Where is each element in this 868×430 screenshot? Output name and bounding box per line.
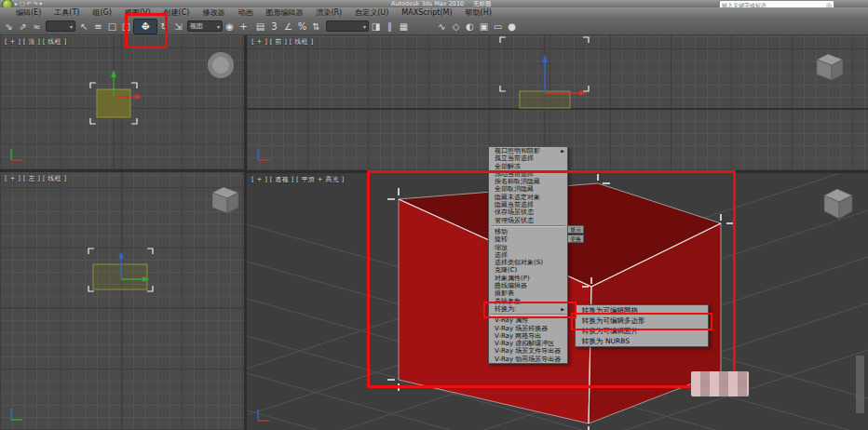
menu-maxscript[interactable]: MAXScript(M): [395, 7, 458, 18]
menu-views[interactable]: 视图(V): [118, 7, 157, 18]
snaps-toggle-icon[interactable]: 3: [267, 19, 281, 34]
menu-item-vray-scene-converter[interactable]: V-Ray 场景转换器: [489, 325, 567, 332]
menu-edit[interactable]: 编辑(E): [9, 7, 47, 18]
move-icon-vertical: ↕: [134, 20, 156, 34]
viewcube[interactable]: [208, 52, 234, 78]
convert-to-submenu: 转换为可编辑网格 转换为可编辑多边形 转换为可编辑面片 转换为 NURBS: [575, 304, 709, 347]
viewport-top-overlay: [0, 35, 244, 169]
main-toolbar: ⇘ ⇗ ≈ ▾ ↖ ≡ □ ◫ ↔ ↕ ↻ ⇲ 视图▾ ◉ + ▤ 3 ∠ % …: [0, 18, 868, 35]
render-production-icon[interactable]: ●: [505, 19, 519, 34]
menu-bar: 编辑(E) 工具(T) 组(G) 视图(V) 创建(C) 修改器 动画 图形编辑…: [0, 7, 868, 18]
menu-create[interactable]: 创建(C): [157, 7, 197, 18]
menu-separator: [491, 314, 565, 316]
menu-item-clone[interactable]: 克隆(C): [489, 266, 567, 274]
rendered-frame-window-icon[interactable]: ▭: [491, 19, 505, 34]
menu-item-select-similar[interactable]: 选择类似对象(S): [489, 259, 567, 266]
material-editor-icon[interactable]: ◐: [463, 19, 477, 34]
bind-to-space-warp-icon[interactable]: ≈: [30, 19, 44, 34]
select-and-link-icon[interactable]: ⇘: [2, 19, 16, 34]
menu-item-save-scene-state[interactable]: 保存场景状态: [489, 208, 567, 216]
menu-tools[interactable]: 工具(T): [47, 7, 86, 18]
schematic-view-icon[interactable]: ◇: [449, 19, 463, 34]
select-and-scale-icon[interactable]: ⇲: [171, 19, 185, 34]
viewport-top[interactable]: [ + ] [ 顶 ] [ 线框 ]: [0, 35, 244, 169]
submenu-item-nurbs[interactable]: 转换为 NURBS: [576, 336, 708, 346]
select-object-icon[interactable]: ↖: [77, 19, 91, 34]
render-setup-icon[interactable]: ▣: [477, 19, 491, 34]
menu-item-object-properties[interactable]: 对象属性(P): [489, 275, 567, 282]
spinner-snap-icon[interactable]: ⇅: [309, 19, 323, 34]
keyboard-override-icon[interactable]: ▤: [253, 19, 267, 34]
angle-snap-icon[interactable]: ∠: [281, 19, 295, 34]
app-title: Autodesk 3ds Max 2010: [391, 0, 464, 7]
select-and-manipulate-icon[interactable]: +: [237, 19, 251, 34]
menu-item-freeze-selection[interactable]: 冻结当前选择: [489, 170, 567, 178]
menu-item-scale[interactable]: 缩放: [489, 244, 567, 251]
background-object: [856, 356, 864, 413]
curve-editor-icon[interactable]: ∿: [435, 19, 449, 34]
menu-item-rotate[interactable]: 旋转: [489, 235, 567, 243]
quad-section-labels: 显示 变换: [567, 225, 584, 243]
viewcube[interactable]: [212, 187, 238, 213]
chevron-down-icon: ▾: [363, 23, 366, 30]
menu-item-move[interactable]: 移动: [489, 228, 567, 235]
submenu-item-editable-patch[interactable]: 转换为可编辑面片: [576, 326, 708, 336]
viewport-top-label[interactable]: [ + ] [ 顶 ] [ 线框 ]: [5, 37, 66, 47]
quick-access-toolbar[interactable]: ▸ □ ↶ ↷ ▾: [15, 0, 42, 7]
menu-item-dope-sheet[interactable]: 摄影表: [489, 289, 567, 297]
menu-item-unhide-by-name[interactable]: 按名称取消隐藏: [489, 178, 567, 185]
menu-animation[interactable]: 动画: [231, 7, 259, 18]
menu-graph-editors[interactable]: 图形编辑器: [259, 7, 309, 18]
blurred-watermark: [691, 371, 749, 396]
menu-item-vray-properties[interactable]: V-Ray 属性: [489, 316, 567, 324]
menu-group[interactable]: 组(G): [86, 7, 117, 18]
menu-item-vray-scene-file-export[interactable]: V-Ray 场景文件导出器: [489, 347, 567, 355]
document-title: 无标题: [473, 0, 492, 7]
menu-item-isolate-selection[interactable]: 孤立当前选择: [489, 155, 567, 162]
rect-selection-region-icon[interactable]: □: [105, 19, 119, 34]
submenu-item-editable-mesh[interactable]: 转换为可编辑网格: [576, 305, 708, 316]
menu-rendering[interactable]: 渲染(R): [309, 7, 348, 18]
select-and-move-button[interactable]: ↔ ↕: [133, 19, 157, 34]
window-crossing-icon[interactable]: ◫: [119, 19, 133, 34]
viewport-perspective-label[interactable]: [ + ] [ 透视 ] [ 平滑 + 高光 ]: [251, 175, 345, 184]
align-icon[interactable]: ∥: [383, 19, 397, 34]
menu-item-vray-vfb[interactable]: V-Ray 虚拟帧缓冲区: [489, 340, 567, 347]
menu-help[interactable]: 帮助(H): [459, 7, 498, 18]
mirror-icon[interactable]: ◨: [369, 19, 383, 34]
percent-snap-icon[interactable]: %: [295, 19, 309, 34]
menu-item-convert-to[interactable]: 转换为:▶: [489, 305, 567, 313]
context-menu: 视口照明和阴影▶ 孤立当前选择 全部解冻 冻结当前选择 按名称取消隐藏 全部取消…: [488, 146, 568, 364]
menu-item-curve-editor[interactable]: 曲线编辑器: [489, 282, 567, 289]
use-pivot-center-icon[interactable]: ◉: [223, 19, 237, 34]
menu-item-wire-parameters[interactable]: 关联参数: [489, 298, 567, 305]
axis-tripod: [258, 149, 269, 160]
viewport-front-label[interactable]: [ + ] [ 前 ] [ 线框 ]: [251, 37, 313, 47]
box-object-left-view[interactable]: [93, 264, 147, 289]
menu-customize[interactable]: 自定义(U): [348, 7, 395, 18]
menu-item-hide-unselected[interactable]: 隐藏未选定对象: [489, 194, 567, 201]
select-and-rotate-icon[interactable]: ↻: [157, 19, 171, 34]
move-gizmo[interactable]: [542, 55, 587, 96]
layer-manager-icon[interactable]: ▦: [397, 19, 411, 34]
menu-item-hide-selection[interactable]: 隐藏当前选择: [489, 201, 567, 208]
menu-item-select[interactable]: 选择: [489, 251, 567, 259]
viewport-left[interactable]: [ + ] [ 左 ] [ 线框 ]: [0, 172, 244, 430]
viewcube[interactable]: [824, 189, 852, 219]
menu-item-unfreeze-all[interactable]: 全部解冻: [489, 163, 567, 170]
reference-coordinate-dropdown[interactable]: 视图▾: [187, 20, 223, 32]
viewcube[interactable]: [817, 54, 843, 80]
menu-separator: [491, 225, 565, 227]
menu-item-viewport-lighting[interactable]: 视口照明和阴影▶: [489, 147, 567, 155]
submenu-item-editable-poly[interactable]: 转换为可编辑多边形: [576, 316, 708, 326]
menu-modifiers[interactable]: 修改器: [196, 7, 231, 18]
menu-item-unhide-all[interactable]: 全部取消隐藏: [489, 185, 567, 193]
unlink-selection-icon[interactable]: ⇗: [16, 19, 30, 34]
menu-item-manage-scene-states[interactable]: 管理场景状态: [489, 217, 567, 224]
selection-filter-dropdown[interactable]: ▾: [46, 20, 75, 32]
named-selection-set-field[interactable]: ▾: [326, 20, 369, 32]
menu-item-vray-mesh-export[interactable]: V-Ray 网格导出: [489, 332, 567, 340]
viewport-left-label[interactable]: [ + ] [ 左 ] [ 线框 ]: [5, 174, 66, 183]
menu-item-vray-anim-scene-export[interactable]: V-Ray 动画场景导出器: [489, 356, 567, 363]
select-by-name-icon[interactable]: ≡: [91, 19, 105, 34]
